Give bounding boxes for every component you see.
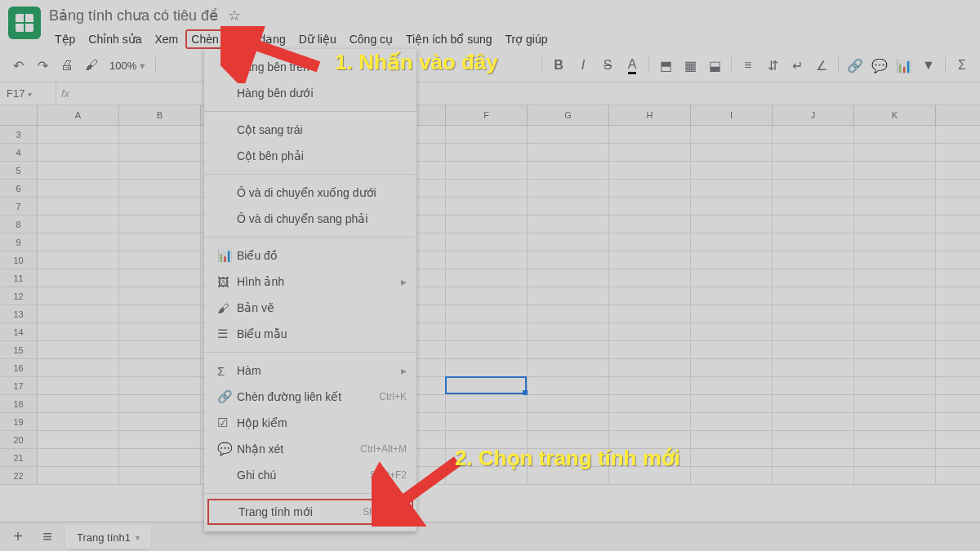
cell[interactable] bbox=[119, 162, 201, 180]
cell[interactable] bbox=[691, 269, 773, 287]
cell[interactable] bbox=[691, 467, 773, 485]
cell[interactable] bbox=[446, 395, 528, 413]
row-header[interactable]: 20 bbox=[0, 431, 38, 448]
paint-format-button[interactable]: 🖌 bbox=[80, 54, 103, 77]
cell[interactable] bbox=[38, 126, 119, 144]
cell[interactable] bbox=[854, 144, 936, 162]
cell[interactable] bbox=[528, 341, 609, 359]
menu-item[interactable]: Hàng bên dưới bbox=[204, 80, 416, 106]
cell[interactable] bbox=[691, 180, 773, 198]
cell[interactable] bbox=[773, 449, 854, 467]
cell[interactable] bbox=[609, 413, 691, 431]
cell[interactable] bbox=[119, 395, 201, 413]
cell[interactable] bbox=[691, 359, 773, 377]
cell[interactable] bbox=[609, 341, 691, 359]
cell[interactable] bbox=[609, 323, 691, 341]
cell[interactable] bbox=[773, 198, 854, 216]
cell[interactable] bbox=[38, 144, 119, 162]
cell[interactable] bbox=[854, 359, 936, 377]
cell[interactable] bbox=[38, 305, 119, 323]
cell[interactable] bbox=[38, 323, 119, 341]
cell[interactable] bbox=[691, 251, 773, 269]
row-header[interactable]: 14 bbox=[0, 323, 38, 340]
valign-button[interactable]: ⇵ bbox=[761, 54, 784, 77]
cell[interactable] bbox=[528, 251, 609, 269]
cell[interactable] bbox=[854, 198, 936, 216]
row-header[interactable]: 22 bbox=[0, 467, 38, 484]
cell[interactable] bbox=[446, 413, 528, 431]
cell[interactable] bbox=[773, 359, 854, 377]
text-color-button[interactable]: A bbox=[621, 54, 644, 77]
col-header[interactable]: H bbox=[609, 105, 691, 125]
menu-item[interactable]: ΣHàm▸ bbox=[204, 358, 416, 384]
cell[interactable] bbox=[773, 269, 854, 287]
cell[interactable] bbox=[528, 126, 609, 144]
col-header[interactable]: K bbox=[854, 105, 936, 125]
cell[interactable] bbox=[854, 233, 936, 251]
cell[interactable] bbox=[446, 251, 528, 269]
cell[interactable] bbox=[446, 269, 528, 287]
cell[interactable] bbox=[691, 126, 773, 144]
cell[interactable] bbox=[854, 305, 936, 323]
cell[interactable] bbox=[691, 287, 773, 305]
cell[interactable] bbox=[119, 216, 201, 233]
menu-công cụ[interactable]: Công cụ bbox=[344, 29, 399, 49]
row-header[interactable]: 15 bbox=[0, 341, 38, 358]
col-header[interactable]: F bbox=[446, 105, 528, 125]
sheets-logo[interactable] bbox=[8, 7, 41, 39]
cell[interactable] bbox=[854, 377, 936, 395]
cell[interactable] bbox=[854, 216, 936, 233]
row-header[interactable]: 11 bbox=[0, 269, 38, 287]
comment-button[interactable]: 💬 bbox=[868, 54, 891, 77]
cell[interactable] bbox=[38, 198, 119, 216]
cell[interactable] bbox=[773, 126, 854, 144]
cell[interactable] bbox=[38, 395, 119, 413]
cell[interactable] bbox=[528, 395, 609, 413]
row-header[interactable]: 12 bbox=[0, 287, 38, 304]
row-header[interactable]: 19 bbox=[0, 413, 38, 430]
cell[interactable] bbox=[773, 395, 854, 413]
row-header[interactable]: 3 bbox=[0, 126, 38, 143]
cell[interactable] bbox=[38, 431, 119, 449]
cell[interactable] bbox=[446, 287, 528, 305]
cell[interactable] bbox=[854, 251, 936, 269]
cell[interactable] bbox=[691, 431, 773, 449]
cell[interactable] bbox=[691, 162, 773, 180]
menu-trợ giúp[interactable]: Trợ giúp bbox=[500, 29, 554, 49]
wrap-button[interactable]: ↵ bbox=[786, 54, 808, 77]
cell[interactable] bbox=[609, 162, 691, 180]
cell[interactable] bbox=[773, 233, 854, 251]
cell[interactable] bbox=[854, 323, 936, 341]
cell[interactable] bbox=[119, 449, 201, 467]
cell[interactable] bbox=[446, 323, 528, 341]
col-header[interactable]: J bbox=[773, 105, 854, 125]
add-sheet-button[interactable]: + bbox=[7, 526, 29, 549]
cell[interactable] bbox=[38, 377, 119, 395]
cell[interactable] bbox=[773, 341, 854, 359]
rotate-button[interactable]: ∠ bbox=[810, 54, 833, 77]
cell[interactable] bbox=[38, 341, 119, 359]
cell[interactable] bbox=[38, 359, 119, 377]
cell[interactable] bbox=[854, 126, 936, 144]
cell[interactable] bbox=[609, 251, 691, 269]
cell[interactable] bbox=[691, 413, 773, 431]
row-header[interactable]: 9 bbox=[0, 233, 38, 251]
cell[interactable] bbox=[854, 395, 936, 413]
zoom-select[interactable]: 100% ▾ bbox=[105, 60, 150, 72]
cell[interactable] bbox=[691, 144, 773, 162]
cell[interactable] bbox=[38, 413, 119, 431]
row-header[interactable]: 5 bbox=[0, 162, 38, 179]
cell[interactable] bbox=[773, 323, 854, 341]
cell[interactable] bbox=[609, 144, 691, 162]
row-header[interactable]: 18 bbox=[0, 395, 38, 412]
cell[interactable] bbox=[691, 233, 773, 251]
cell[interactable] bbox=[528, 413, 609, 431]
cell[interactable] bbox=[38, 251, 119, 269]
cell[interactable] bbox=[119, 180, 201, 198]
halign-button[interactable]: ≡ bbox=[737, 54, 760, 77]
cell[interactable] bbox=[38, 180, 119, 198]
col-header[interactable]: I bbox=[691, 105, 773, 125]
menu-chỉnh sửa[interactable]: Chỉnh sửa bbox=[82, 29, 147, 49]
cell[interactable] bbox=[446, 216, 528, 233]
cell[interactable] bbox=[38, 216, 119, 233]
